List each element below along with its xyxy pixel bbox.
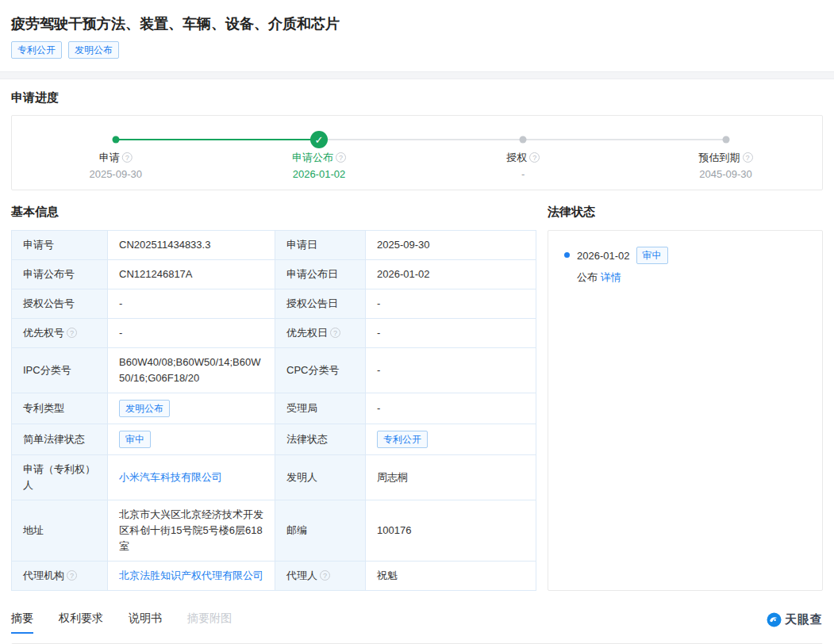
timeline-step-granted: 授权? - bbox=[506, 151, 540, 180]
field-value: 2026-01-02 bbox=[366, 260, 536, 289]
table-row: 地址 北京市大兴区北京经济技术开发区科创十街15号院5号楼6层618室 邮编 1… bbox=[12, 500, 536, 562]
field-label: 代理人 bbox=[286, 569, 317, 581]
help-icon[interactable]: ? bbox=[320, 570, 330, 581]
timeline-node-filed bbox=[112, 136, 119, 144]
tab-specification[interactable]: 说明书 bbox=[129, 611, 162, 634]
progress-heading: 申请进度 bbox=[11, 90, 823, 105]
help-icon[interactable]: ? bbox=[122, 152, 133, 163]
field-label: 授权公告号 bbox=[12, 289, 108, 319]
timeline-step-filed: 申请? 2025-09-30 bbox=[89, 151, 142, 180]
field-label: 申请日 bbox=[275, 231, 366, 260]
timeline-step-published: 申请公布? 2026-01-02 bbox=[292, 151, 346, 180]
field-label: 法律状态 bbox=[275, 424, 366, 455]
legal-status-badge: 专利公开 bbox=[377, 431, 428, 448]
field-label: IPC分类号 bbox=[12, 348, 108, 393]
field-label: 代理机构 bbox=[23, 569, 64, 581]
brand-name: 天眼查 bbox=[785, 612, 823, 627]
table-row: 授权公告号 - 授权公告日 - bbox=[12, 289, 536, 319]
basic-info-heading: 基本信息 bbox=[11, 205, 536, 220]
field-value: 祝魁 bbox=[366, 562, 536, 591]
application-progress-section: 申请进度 ✓ 申请? 2025-09-30 申请公布? 2026-01-02 授… bbox=[0, 90, 834, 190]
table-row: 申请号 CN202511434833.3 申请日 2025-09-30 bbox=[12, 231, 536, 260]
field-label: CPC分类号 bbox=[275, 348, 366, 393]
field-value: CN202511434833.3 bbox=[108, 231, 275, 260]
field-label: 受理局 bbox=[275, 393, 366, 424]
legal-status-item-badge: 审中 bbox=[636, 247, 668, 264]
step-filed-date: 2025-09-30 bbox=[89, 168, 142, 180]
agency-link[interactable]: 北京法胜知识产权代理有限公司 bbox=[119, 569, 263, 581]
field-value: - bbox=[366, 348, 536, 393]
help-icon[interactable]: ? bbox=[330, 328, 340, 338]
step-published-date: 2026-01-02 bbox=[292, 168, 346, 180]
legal-status-text: 公布 bbox=[577, 271, 598, 283]
invention-publication-badge: 发明公布 bbox=[68, 41, 119, 59]
document-tabs-bar: 摘要 权利要求 说明书 摘要附图 天眼查 bbox=[0, 611, 834, 634]
step-expiry-date: 2045-09-30 bbox=[699, 168, 753, 180]
tab-abstract[interactable]: 摘要 bbox=[11, 611, 33, 634]
table-row: 代理机构? 北京法胜知识产权代理有限公司 代理人? 祝魁 bbox=[12, 562, 536, 591]
field-label: 专利类型 bbox=[12, 393, 108, 424]
legal-status-date: 2026-01-02 bbox=[577, 250, 630, 262]
field-value: - bbox=[108, 289, 275, 319]
title-tag-row: 专利公开 发明公布 bbox=[11, 41, 823, 59]
patent-open-badge: 专利公开 bbox=[11, 41, 62, 59]
help-icon[interactable]: ? bbox=[336, 152, 346, 163]
timeline-node-granted bbox=[520, 136, 527, 144]
brand-watermark: 天眼查 bbox=[767, 612, 823, 634]
field-label: 授权公告日 bbox=[275, 289, 366, 319]
bullet-icon bbox=[564, 252, 570, 258]
step-published-label: 申请公布 bbox=[292, 151, 333, 163]
legal-status-box: 2026-01-02 审中 公布 详情 bbox=[548, 230, 823, 591]
help-icon[interactable]: ? bbox=[67, 570, 77, 581]
legal-status-panel: 法律状态 2026-01-02 审中 公布 详情 bbox=[548, 205, 823, 591]
field-label: 申请公布日 bbox=[275, 260, 366, 289]
legal-status-item: 2026-01-02 审中 公布 详情 bbox=[563, 247, 808, 285]
field-label: 申请号 bbox=[12, 231, 108, 260]
page-header: 疲劳驾驶干预方法、装置、车辆、设备、介质和芯片 专利公开 发明公布 bbox=[0, 0, 834, 59]
applicant-link[interactable]: 小米汽车科技有限公司 bbox=[119, 471, 222, 483]
table-row: IPC分类号 B60W40/08;B60W50/14;B60W50/16;G06… bbox=[12, 348, 536, 393]
progress-timeline: ✓ 申请? 2025-09-30 申请公布? 2026-01-02 授权? - … bbox=[11, 115, 823, 190]
tab-claims[interactable]: 权利要求 bbox=[59, 611, 103, 634]
field-label: 邮编 bbox=[275, 500, 366, 562]
field-label: 优先权号 bbox=[23, 327, 64, 339]
simple-legal-status-badge: 审中 bbox=[119, 431, 151, 448]
field-value: - bbox=[366, 319, 536, 348]
help-icon[interactable]: ? bbox=[67, 328, 77, 338]
step-filed-label: 申请 bbox=[99, 151, 120, 163]
step-granted-label: 授权 bbox=[506, 151, 527, 163]
page-title: 疲劳驾驶干预方法、装置、车辆、设备、介质和芯片 bbox=[11, 14, 823, 33]
main-columns: 基本信息 申请号 CN202511434833.3 申请日 2025-09-30… bbox=[0, 205, 834, 591]
field-label: 申请（专利权）人 bbox=[12, 455, 108, 500]
table-row: 申请（专利权）人 小米汽车科技有限公司 发明人 周志桐 bbox=[12, 455, 536, 500]
field-label: 优先权日 bbox=[286, 327, 328, 339]
step-expiry-label: 预估到期 bbox=[699, 151, 740, 163]
table-row: 简单法律状态 审中 法律状态 专利公开 bbox=[12, 424, 536, 455]
field-label: 发明人 bbox=[275, 455, 366, 500]
basic-info-section: 基本信息 申请号 CN202511434833.3 申请日 2025-09-30… bbox=[11, 205, 536, 591]
field-value: CN121246817A bbox=[108, 260, 275, 289]
help-icon[interactable]: ? bbox=[743, 152, 753, 163]
field-value: 2025-09-30 bbox=[366, 231, 536, 260]
field-label: 地址 bbox=[12, 500, 108, 562]
basic-info-table: 申请号 CN202511434833.3 申请日 2025-09-30 申请公布… bbox=[11, 230, 536, 591]
legal-status-detail-link[interactable]: 详情 bbox=[601, 271, 621, 283]
timeline-node-expiry bbox=[722, 136, 729, 144]
timeline-segment-done bbox=[116, 139, 319, 140]
table-row: 申请公布号 CN121246817A 申请公布日 2026-01-02 bbox=[12, 260, 536, 289]
field-label: 申请公布号 bbox=[12, 260, 108, 289]
help-icon[interactable]: ? bbox=[529, 152, 540, 163]
tianyancha-logo-icon bbox=[767, 612, 782, 627]
step-granted-date: - bbox=[506, 168, 540, 180]
patent-type-badge: 发明公布 bbox=[119, 400, 170, 417]
field-value: - bbox=[366, 289, 536, 319]
field-value: - bbox=[108, 319, 275, 348]
timeline-step-expiry: 预估到期? 2045-09-30 bbox=[699, 151, 753, 180]
legal-status-heading: 法律状态 bbox=[548, 205, 823, 220]
table-row: 专利类型 发明公布 受理局 - bbox=[12, 393, 536, 424]
field-value: 周志桐 bbox=[366, 455, 536, 500]
field-value: 100176 bbox=[366, 500, 536, 562]
field-value: - bbox=[366, 393, 536, 424]
tab-abstract-figure[interactable]: 摘要附图 bbox=[187, 611, 232, 634]
field-label: 简单法律状态 bbox=[12, 424, 108, 455]
